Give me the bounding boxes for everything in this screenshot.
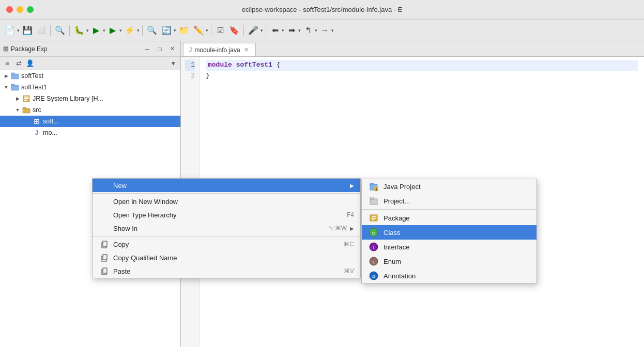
new-java-button[interactable]: 👤: [25, 58, 35, 69]
open-hierarchy-shortcut: F4: [347, 211, 354, 218]
nav3-dropdown-arrow[interactable]: ▾: [315, 28, 317, 33]
context-menu[interactable]: New ▶ J Java Project: [92, 178, 361, 278]
tree-item-softTest1[interactable]: ▼ softTest1: [0, 82, 180, 93]
submenu-item-class[interactable]: C Class: [362, 225, 536, 240]
back-button[interactable]: ⬅: [269, 23, 281, 38]
mic-dropdown-arrow[interactable]: ▾: [260, 28, 263, 33]
new-button[interactable]: 📄: [3, 23, 17, 38]
refresh-button[interactable]: 🔄: [160, 23, 173, 38]
tab-close-button[interactable]: ✕: [243, 46, 250, 54]
code-line-2-content: }: [206, 71, 210, 82]
context-menu-item-copy[interactable]: Copy ⌘C: [93, 238, 360, 251]
submenu-item-project[interactable]: Project...: [362, 194, 536, 208]
view-menu-button[interactable]: ▾: [168, 58, 178, 69]
refresh-dropdown-arrow[interactable]: ▾: [174, 28, 176, 33]
pencil-toolbar-btn[interactable]: ✏️ ▾: [192, 23, 208, 38]
mic-toolbar-btn[interactable]: 🎤 ▾: [247, 23, 263, 38]
nav4-button[interactable]: →: [318, 23, 331, 38]
sep4: [211, 25, 211, 36]
context-menu-item-copy-qualified[interactable]: Copy Qualified Name: [93, 251, 360, 264]
maximize-button[interactable]: [27, 6, 34, 13]
submenu[interactable]: J Java Project Project...: [361, 179, 537, 283]
nav3-toolbar-btn[interactable]: ↰ ▾: [302, 23, 317, 38]
minimize-button[interactable]: [17, 6, 23, 13]
minimize-panel-button[interactable]: ─: [142, 44, 152, 54]
expand-icon: ▼: [13, 107, 22, 113]
tree-item-module-info[interactable]: J mo...: [0, 127, 180, 138]
keyword-module: module: [208, 61, 232, 69]
module-info-tab[interactable]: J module-info.java ✕: [183, 43, 256, 56]
class-icon: C: [368, 227, 379, 238]
context-menu-item-open-hierarchy[interactable]: Open Type Hierarchy F4: [93, 208, 360, 222]
svg-rect-0: [11, 74, 19, 79]
maximize-panel-button[interactable]: □: [155, 44, 165, 54]
forward-dropdown-arrow[interactable]: ▾: [298, 28, 301, 33]
debug-button[interactable]: 🐛: [72, 23, 86, 38]
nav3-button[interactable]: ↰: [302, 23, 314, 38]
search-external-button[interactable]: 🔍: [53, 23, 67, 38]
tree-item-softTest[interactable]: ▶ softTest: [0, 70, 180, 82]
close-panel-button[interactable]: ✕: [167, 44, 177, 54]
copy-shortcut: ⌘C: [343, 241, 354, 248]
run2-button[interactable]: ▶: [106, 23, 119, 38]
copy-label: Copy: [113, 241, 129, 248]
library-icon: [22, 94, 31, 103]
context-menu-item-paste[interactable]: Paste ⌘V: [93, 264, 360, 278]
submenu-item-annotation[interactable]: @ Annotation: [362, 269, 536, 283]
run-toolbar-btn[interactable]: ▶ ▾: [90, 23, 105, 38]
run2-toolbar-btn[interactable]: ▶ ▾: [106, 23, 122, 38]
submenu-item-interface[interactable]: I Interface: [362, 240, 536, 254]
nav4-toolbar-btn[interactable]: → ▾: [318, 23, 334, 38]
refresh-toolbar-btn[interactable]: 🔄 ▾: [160, 23, 176, 38]
run-button[interactable]: ▶: [90, 23, 102, 38]
context-menu-item-open-window[interactable]: Open in New Window: [93, 195, 360, 208]
context-menu-item-show-in[interactable]: Show In ⌥⌘W ▶: [93, 222, 360, 235]
java-file-icon: J: [32, 128, 41, 137]
close-brace: }: [206, 72, 210, 80]
run2-dropdown-arrow[interactable]: ▾: [119, 28, 122, 33]
submenu-item-package[interactable]: Package: [362, 211, 536, 225]
print-button[interactable]: ⬜: [35, 23, 48, 38]
context-menu-item-new[interactable]: New ▶ J Java Project: [93, 179, 360, 192]
tree-item-jre[interactable]: ▶ JRE System Library [H...: [0, 93, 180, 104]
line-number-2: 2: [185, 71, 195, 82]
bookmark-button[interactable]: 🔖: [227, 23, 241, 38]
close-button[interactable]: [6, 6, 13, 13]
tree-item-src[interactable]: ▼ src: [0, 104, 180, 116]
new-toolbar-btn[interactable]: 📄 ▾: [3, 23, 20, 38]
submenu-item-java-project[interactable]: J Java Project: [362, 179, 536, 194]
line-number-1: 1: [185, 60, 195, 71]
debug-dropdown-arrow[interactable]: ▾: [86, 28, 89, 33]
nav1-toolbar-btn[interactable]: ⬅ ▾: [269, 23, 284, 38]
tree-item-label: JRE System Library [H...: [33, 95, 103, 102]
back-dropdown-arrow[interactable]: ▾: [282, 28, 284, 33]
submenu-item-enum[interactable]: E Enum: [362, 254, 536, 269]
save-button[interactable]: 💾: [21, 23, 34, 38]
debug-toolbar-btn[interactable]: 🐛 ▾: [72, 23, 89, 38]
run3-dropdown-arrow[interactable]: ▾: [137, 28, 140, 33]
new-dropdown-arrow[interactable]: ▾: [17, 28, 20, 33]
tree-item-package[interactable]: ⊞ soft...: [0, 116, 180, 127]
forward-button[interactable]: ➡: [285, 23, 298, 38]
run3-button[interactable]: ⚡: [123, 23, 136, 38]
task-button[interactable]: ☑: [214, 23, 226, 38]
pencil-button[interactable]: ✏️: [192, 23, 205, 38]
run3-toolbar-btn[interactable]: ⚡ ▾: [123, 23, 140, 38]
main-toolbar: 📄 ▾ 💾 ⬜ 🔍 🐛 ▾ ▶ ▾ ▶ ▾ ⚡ ▾ 🔍 🔄 ▾ 📁 ✏️ ▾ ☑…: [0, 20, 644, 41]
mic-button[interactable]: 🎤: [247, 23, 260, 38]
svg-rect-11: [370, 183, 374, 185]
nav4-dropdown-arrow[interactable]: ▾: [331, 28, 334, 33]
submenu-label: Project...: [384, 197, 410, 205]
folder-button[interactable]: 📁: [177, 23, 191, 38]
nav2-toolbar-btn[interactable]: ➡ ▾: [285, 23, 301, 38]
code-line-1-content: module softTest1 {: [206, 60, 638, 71]
search-button[interactable]: 🔍: [145, 23, 159, 38]
link-editor-button[interactable]: ⇄: [13, 58, 24, 69]
svg-rect-1: [11, 73, 14, 74]
pencil-dropdown-arrow[interactable]: ▾: [206, 28, 208, 33]
collapse-all-button[interactable]: ≡: [2, 58, 12, 69]
svg-rect-3: [11, 84, 14, 86]
panel-toolbar: ≡ ⇄ 👤 ▾: [0, 57, 180, 70]
run-dropdown-arrow[interactable]: ▾: [103, 28, 105, 33]
panel-title: Package Exp: [11, 45, 140, 53]
